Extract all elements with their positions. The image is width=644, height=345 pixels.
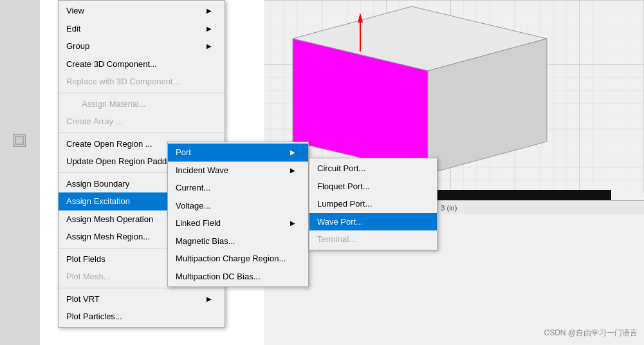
menu-item-group[interactable]: Group ▶ <box>59 37 225 55</box>
menu-item-assign-material[interactable]: Assign Material... <box>59 95 225 113</box>
menu-item-multipaction-charge[interactable]: Multipaction Charge Region... <box>168 250 308 268</box>
left-icon-bar <box>0 0 40 345</box>
ruler-label-2: 3 (in) <box>441 204 457 212</box>
separator-1 <box>59 93 225 93</box>
menu-item-plot-particles[interactable]: Plot Particles... <box>59 308 225 326</box>
submenu-arrow-incident-wave: ▶ <box>290 165 295 175</box>
menu-item-port[interactable]: Port ▶ <box>168 144 308 162</box>
menu-item-replace3d[interactable]: Replace with 3D Component... <box>59 73 225 91</box>
menu-item-create3d[interactable]: Create 3D Component... <box>59 55 225 73</box>
menu-item-plot-vrt[interactable]: Plot VRT ▶ <box>59 290 225 308</box>
menu-item-incident-wave[interactable]: Incident Wave ▶ <box>168 162 308 180</box>
submenu-arrow-view: ▶ <box>207 6 212 15</box>
menu-item-lumped-port[interactable]: Lumped Port... <box>309 195 437 213</box>
context-menu-l3: Circuit Port... Floquet Port... Lumped P… <box>309 158 437 250</box>
context-menu-l2: Port ▶ Incident Wave ▶ Current... Voltag… <box>167 142 309 287</box>
separator-5 <box>59 288 225 288</box>
menu-item-current[interactable]: Current... <box>168 179 308 197</box>
menu-item-voltage[interactable]: Voltage... <box>168 197 308 215</box>
submenu-arrow-plot-vrt: ▶ <box>207 294 212 304</box>
submenu-arrow-group: ▶ <box>207 41 212 51</box>
separator-2 <box>59 133 225 133</box>
menu-item-edit[interactable]: Edit ▶ <box>59 20 225 38</box>
submenu-arrow-edit: ▶ <box>207 24 212 33</box>
menu-item-magnetic-bias[interactable]: Magnetic Bias... <box>168 232 308 250</box>
menu-item-floquet-port[interactable]: Floquet Port... <box>309 178 437 196</box>
menu-item-terminal[interactable]: Terminal... <box>309 230 437 248</box>
menu-item-create-array[interactable]: Create Array ... <box>59 113 225 131</box>
submenu-arrow-linked-field: ▶ <box>290 218 295 228</box>
assign-material-icon-indicator <box>13 134 26 147</box>
menu-item-wave-port[interactable]: Wave Port... <box>309 213 437 231</box>
svg-rect-11 <box>15 136 23 144</box>
menu-item-view[interactable]: View ▶ <box>59 2 225 20</box>
menu-item-circuit-port[interactable]: Circuit Port... <box>309 160 437 178</box>
submenu-arrow-port: ▶ <box>290 147 295 157</box>
menu-item-linked-field[interactable]: Linked Field ▶ <box>168 214 308 232</box>
watermark: CSDN @自由学习一门语言 <box>544 328 638 339</box>
menu-item-multipaction-dc[interactable]: Multipaction DC Bias... <box>168 268 308 286</box>
